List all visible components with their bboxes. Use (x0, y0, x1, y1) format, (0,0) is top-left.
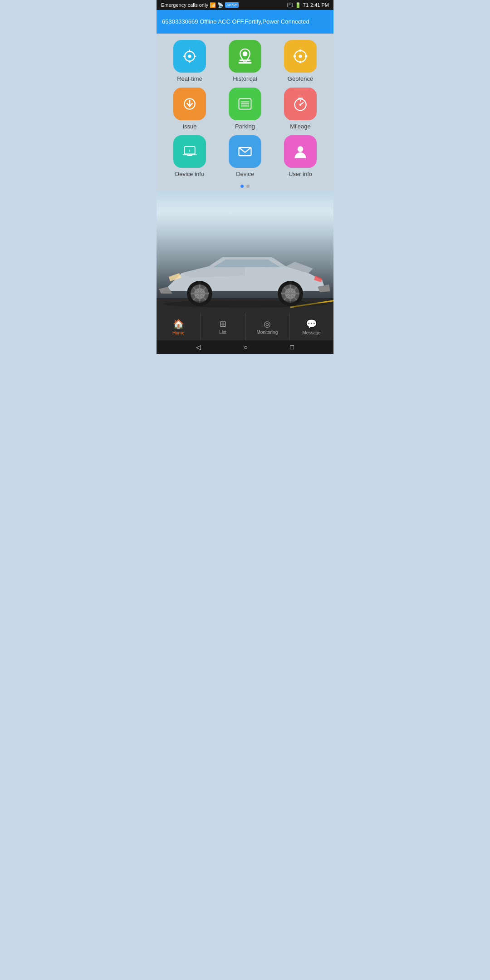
svg-rect-7 (239, 59, 250, 61)
deviceinfo-label: Device info (175, 171, 204, 177)
userinfo-label: User info (289, 171, 312, 177)
device-item[interactable]: Device (221, 135, 269, 177)
svg-text:i: i (189, 148, 190, 153)
userinfo-item[interactable]: User info (276, 135, 324, 177)
message-label: Message (302, 330, 321, 335)
realtime-item[interactable]: Real-time (166, 40, 214, 82)
svg-point-24 (299, 104, 302, 106)
status-bar: Emergency calls only 📶 📡 AKSH 📳 🔋 71 2:4… (157, 0, 333, 10)
monitoring-icon: ◎ (264, 319, 271, 329)
issue-button[interactable] (173, 88, 206, 120)
laptop-icon: i (181, 143, 198, 160)
svg-rect-29 (187, 155, 192, 156)
svg-point-6 (243, 51, 248, 56)
crosshair-icon (181, 48, 198, 64)
main-content: Real-time Historical (157, 34, 333, 180)
historical-button[interactable] (229, 40, 261, 73)
bottom-nav: 🏠 Home ⊞ List ◎ Monitoring 💬 Message (157, 313, 333, 340)
device-status-text: 65303330669 Offline ACC OFF,Fortify,Powe… (162, 18, 309, 26)
parking-button[interactable] (229, 88, 261, 120)
svg-point-10 (299, 49, 301, 52)
carrier-label: AKSH (225, 2, 239, 8)
status-left: Emergency calls only 📶 📡 AKSH (161, 2, 239, 8)
device-label: Device (236, 171, 254, 177)
issue-item[interactable]: Issue (166, 88, 214, 130)
dot-1[interactable] (240, 185, 244, 188)
dot-2[interactable] (246, 185, 250, 188)
userinfo-button[interactable] (284, 135, 317, 168)
parking-label: Parking (235, 123, 255, 130)
vibrate-icon: 📳 (287, 2, 293, 8)
battery-icon: 🔋 (295, 2, 301, 8)
emergency-calls-text: Emergency calls only (161, 2, 208, 8)
list-nav-icon: ⊞ (220, 319, 226, 329)
car-section (157, 191, 333, 328)
mileage-label: Mileage (290, 123, 311, 130)
device-button[interactable] (229, 135, 261, 168)
nav-home[interactable]: 🏠 Home (157, 313, 201, 340)
geofence-label: Geofence (288, 75, 313, 82)
envelope-icon (237, 143, 253, 160)
nav-monitoring[interactable]: ◎ Monitoring (245, 313, 290, 340)
home-label: Home (172, 330, 185, 335)
geofence-item[interactable]: Geofence (276, 40, 324, 82)
svg-point-13 (305, 55, 307, 57)
historical-label: Historical (233, 75, 257, 82)
mileage-item[interactable]: Mileage (276, 88, 324, 130)
status-right: 📳 🔋 71 2:41 PM (287, 2, 329, 8)
geofence-icon (292, 48, 309, 64)
back-button[interactable]: ◁ (196, 343, 201, 351)
car-svg (157, 228, 333, 318)
historical-item[interactable]: Historical (221, 40, 269, 82)
svg-point-50 (163, 300, 327, 308)
car-image (157, 219, 333, 318)
mileage-button[interactable] (284, 88, 317, 120)
map-pin-icon (237, 48, 253, 64)
svg-rect-8 (239, 62, 252, 64)
geofence-button[interactable] (284, 40, 317, 73)
monitoring-label: Monitoring (257, 330, 278, 335)
deviceinfo-button[interactable]: i (173, 135, 206, 168)
svg-point-12 (294, 55, 296, 57)
page-dots-area (157, 180, 333, 191)
list-label: List (219, 330, 226, 335)
nav-list[interactable]: ⊞ List (201, 313, 245, 340)
home-icon: 🏠 (173, 318, 184, 329)
svg-point-11 (299, 61, 301, 63)
user-icon (292, 143, 309, 160)
timer-icon (292, 96, 309, 112)
signal-icon: 📶 (210, 2, 216, 8)
svg-point-1 (188, 54, 191, 58)
recent-button[interactable]: □ (290, 343, 294, 351)
time-display: 2:41 PM (310, 2, 329, 8)
message-icon: 💬 (306, 318, 317, 329)
svg-point-31 (298, 146, 304, 152)
realtime-label: Real-time (177, 75, 202, 82)
home-button[interactable]: ○ (244, 343, 247, 351)
dots-container (157, 181, 333, 190)
svg-point-14 (299, 54, 302, 58)
wifi-icon: 📡 (217, 2, 224, 8)
sys-nav-bar: ◁ ○ □ (157, 340, 333, 354)
parking-item[interactable]: Parking (221, 88, 269, 130)
download-icon (181, 96, 198, 112)
header-banner: 65303330669 Offline ACC OFF,Fortify,Powe… (157, 10, 333, 34)
list-icon (237, 96, 253, 112)
nav-message[interactable]: 💬 Message (289, 313, 333, 340)
issue-label: Issue (182, 123, 196, 130)
battery-level: 71 (303, 2, 309, 8)
icon-grid: Real-time Historical (161, 40, 329, 177)
realtime-button[interactable] (173, 40, 206, 73)
deviceinfo-item[interactable]: i Device info (166, 135, 214, 177)
